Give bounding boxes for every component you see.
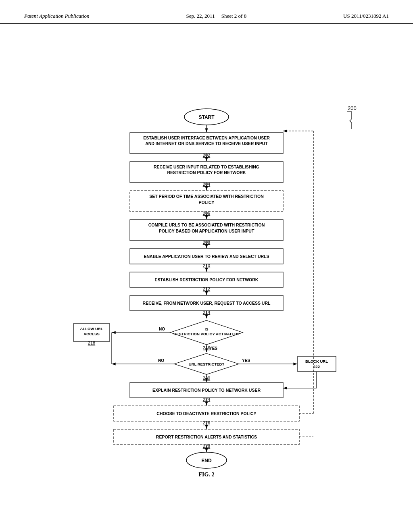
box-214-text: RECEIVE, FROM NETWORK USER, REQUEST TO A… [143, 301, 271, 305]
box-204-text1: RECEIVE USER INPUT RELATED TO ESTABLISHI… [154, 164, 259, 169]
header-right: US 2011/0231892 A1 [343, 13, 389, 19]
publication-date: Sep. 22, 2011 [186, 13, 215, 19]
diamond-216-text1: IS [205, 327, 209, 331]
box-204-text2: RESTRICTION POLICY FOR NETWORK [167, 170, 246, 175]
box-222-text1: BLOCK URL [305, 359, 328, 364]
box-228-text: REPORT RESTRICTION ALERTS AND STATISTICS [156, 434, 257, 439]
patent-number: US 2011/0231892 A1 [343, 13, 389, 19]
header-left: Patent Application Publication [24, 13, 90, 19]
box-226-text: CHOOSE TO DEACTIVATE RESTRICTION POLICY [156, 411, 256, 416]
sheet-info: Sheet 2 of 8 [221, 13, 246, 19]
end-label: END [201, 458, 212, 463]
box-222 [298, 356, 336, 372]
publication-label: Patent Application Publication [24, 13, 90, 19]
box-222-text2: 222 [313, 364, 320, 369]
box-224-text: EXPLAIN RESTRICTION POLICY TO NETWORK US… [152, 388, 261, 393]
figure-label: FIG. 2 [24, 472, 389, 486]
box-208-text2: POLICY BASED ON APPLICATION USER INPUT [159, 229, 254, 233]
no1-label: NO [159, 327, 165, 331]
header-center: Sep. 22, 2011 Sheet 2 of 8 [186, 13, 246, 19]
yes2-label: YES [242, 358, 250, 363]
box-212-text: ESTABLISH RESTRICTION POLICY FOR NETWORK [155, 277, 259, 282]
box-208-text1: COMPILE URLS TO BE ASSOCIATED WITH RESTR… [148, 222, 265, 227]
fig-label-text: FIG. 2 [199, 472, 215, 478]
box-218-text2: ACCESS [83, 332, 100, 336]
no2-label: NO [158, 358, 164, 363]
diamond-220-text: URL RESTRICTED? [189, 362, 225, 366]
diagram-area: 200 START ESTABLISH USER INTERFACE BETWE… [0, 28, 413, 502]
box-202-text1: ESTABLISH USER INTERFACE BETWEEN APPLICA… [143, 135, 270, 140]
ref-200: 200 [348, 105, 357, 111]
box-210-text: ENABLE APPLICATION USER TO REVIEW AND SE… [144, 254, 269, 259]
start-label: START [198, 114, 215, 120]
box-218-text1: ALLOW URL [80, 326, 103, 331]
box-218-ref: 218 [88, 341, 95, 345]
box-202-text2: AND INTERNET OR DNS SERVICE TO RECEIVE U… [145, 141, 268, 146]
diamond-216-text2: RESTRICTION POLICY ACTIVATED? [173, 332, 239, 336]
flowchart-svg: 200 START ESTABLISH USER INTERFACE BETWE… [49, 36, 364, 480]
yes1-label: YES [209, 346, 217, 351]
box-206-text2: POLICY [198, 200, 214, 205]
box-206-text1: SET PERIOD OF TIME ASSOCIATED WITH RESTR… [149, 194, 264, 199]
page-header: Patent Application Publication Sep. 22, … [0, 0, 413, 24]
